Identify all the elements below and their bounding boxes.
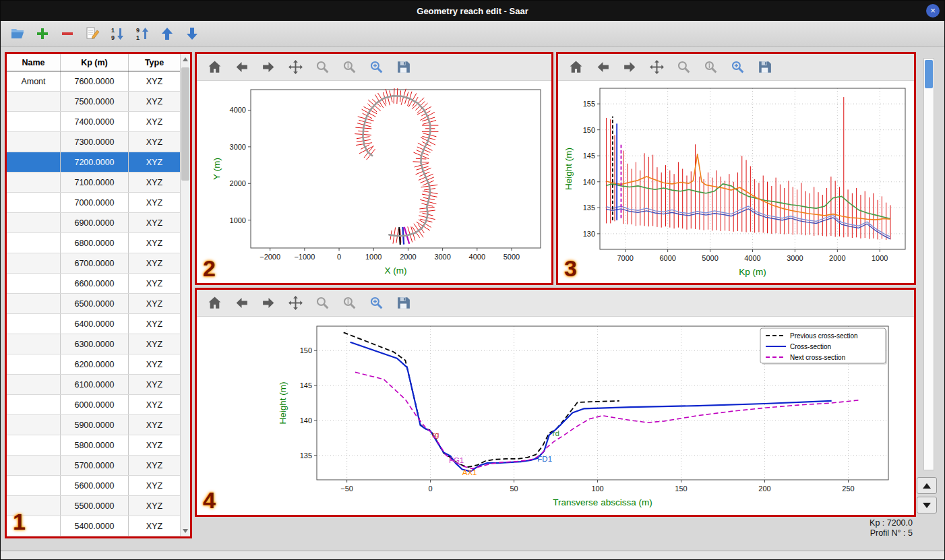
type-cell: XYZ [129,516,180,536]
profile-position-scrollbar[interactable] [923,58,934,470]
name-cell [7,435,61,455]
table-scroll-up-icon[interactable] [181,54,190,65]
svg-text:1000: 1000 [872,254,888,262]
previous-profile-button[interactable] [917,477,937,494]
plan-view-panel: −2000−1000010002000300040005000100020003… [195,52,553,285]
svg-text:3000: 3000 [787,254,803,262]
table-row[interactable]: 5500.0000XYZ [7,496,180,516]
next-profile-button[interactable] [917,497,937,514]
type-cell: XYZ [129,496,180,516]
zoom-rect-icon[interactable] [368,59,384,75]
add-icon[interactable] [34,25,51,42]
table-row[interactable]: 6300.0000XYZ [7,334,180,354]
pan-icon[interactable] [287,295,303,311]
table-row[interactable]: 5400.0000XYZ [7,516,180,536]
svg-text:−50: −50 [340,485,353,493]
kp-cell: 5600.0000 [61,476,129,495]
sort-ascending-icon[interactable]: 19 [109,25,126,42]
zoom-icon[interactable] [675,59,692,75]
table-row[interactable]: 6700.0000XYZ [7,253,180,274]
table-row[interactable]: 6200.0000XYZ [7,354,180,375]
profile-position-scrollbar-thumb[interactable] [925,60,933,88]
table-row[interactable]: 5600.0000XYZ [7,476,180,496]
plan-chart[interactable]: −2000−1000010002000300040005000100020003… [197,81,551,283]
svg-text:250: 250 [842,485,854,493]
plan-toolbar [197,54,551,81]
forward-icon[interactable] [260,59,276,75]
zoom-info-icon[interactable] [341,59,357,75]
table-row[interactable]: 6100.0000XYZ [7,375,180,395]
zoom-info-icon[interactable] [341,295,357,311]
zoom-rect-icon[interactable] [368,295,384,311]
close-button[interactable]: × [926,4,940,18]
table-row[interactable]: 7400.0000XYZ [7,112,180,132]
back-icon[interactable] [233,59,249,75]
profile-chart[interactable]: 7000600050004000300020001000130135140145… [558,81,914,283]
save-icon[interactable] [395,295,411,311]
move-down-icon[interactable] [183,25,201,42]
type-cell: XYZ [129,415,180,435]
table-scrollbar-thumb[interactable] [181,67,189,181]
table-row[interactable]: 7500.0000XYZ [7,92,180,112]
home-icon[interactable] [568,59,584,75]
kp-cell: 7000.0000 [61,193,129,212]
forward-icon[interactable] [621,59,638,75]
zoom-icon[interactable] [314,295,330,311]
kp-cell: 5900.0000 [61,415,129,435]
column-header-name[interactable]: Name [7,54,61,71]
table-row[interactable]: 7100.0000XYZ [7,173,180,193]
svg-text:4000: 4000 [469,253,485,261]
column-header-kp[interactable]: Kp (m) [61,54,129,71]
table-row[interactable]: 6600.0000XYZ [7,274,180,294]
svg-text:FG1: FG1 [449,456,464,464]
column-header-type[interactable]: Type [129,54,180,71]
edit-icon[interactable] [84,25,101,42]
svg-text:1000: 1000 [365,253,382,261]
table-row[interactable]: 6500.0000XYZ [7,294,180,314]
table-row[interactable]: 5900.0000XYZ [7,415,180,435]
pan-icon[interactable] [287,59,303,75]
home-icon[interactable] [206,59,222,75]
save-icon[interactable] [756,59,772,75]
table-row[interactable]: 7200.0000XYZ [7,152,180,173]
table-row[interactable]: 6900.0000XYZ [7,213,180,233]
back-icon[interactable] [233,295,249,311]
svg-text:9: 9 [111,34,115,41]
table-row[interactable]: 6400.0000XYZ [7,314,180,334]
type-cell: XYZ [129,375,180,394]
table-row[interactable]: 7000.0000XYZ [7,193,180,213]
table-row[interactable]: 7300.0000XYZ [7,132,180,152]
save-icon[interactable] [395,59,411,75]
type-cell: XYZ [129,274,180,293]
name-cell [7,92,61,111]
kp-cell: 7200.0000 [61,152,129,172]
zoom-info-icon[interactable] [702,59,719,75]
table-row[interactable]: 6800.0000XYZ [7,233,180,253]
svg-text:9: 9 [136,27,140,34]
name-cell [7,132,61,152]
table-row[interactable]: 6000.0000XYZ [7,395,180,415]
sort-descending-icon[interactable]: 91 [133,25,151,42]
home-icon[interactable] [206,295,222,311]
table-row[interactable]: 5800.0000XYZ [7,435,180,456]
kp-cell: 6800.0000 [61,233,129,253]
zoom-rect-icon[interactable] [729,59,745,75]
open-icon[interactable] [9,25,26,42]
table-row[interactable]: 5700.0000XYZ [7,456,180,476]
table-scroll-down-icon[interactable] [181,526,190,536]
kp-cell: 6900.0000 [61,213,129,232]
kp-cell: 7100.0000 [61,173,129,192]
move-up-icon[interactable] [158,25,176,42]
back-icon[interactable] [595,59,611,75]
cross-section-chart[interactable]: −50050100150200250135140145150Transverse… [197,317,914,515]
zoom-icon[interactable] [314,59,330,75]
remove-icon[interactable] [59,25,76,42]
svg-text:−1000: −1000 [294,253,315,261]
cross-sections-table-panel: Name Kp (m) Type Amont7600.0000XYZ7500.0… [5,52,192,538]
pan-icon[interactable] [648,59,665,75]
svg-text:5000: 5000 [702,254,718,262]
name-cell [7,173,61,192]
forward-icon[interactable] [260,295,276,311]
table-row[interactable]: Amont7600.0000XYZ [7,71,180,92]
table-scrollbar[interactable] [180,54,190,536]
